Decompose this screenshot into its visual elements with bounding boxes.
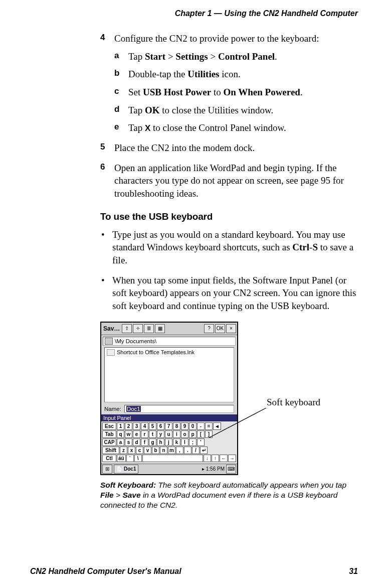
path-bar[interactable]: \My Documents\ bbox=[103, 337, 236, 346]
key-v[interactable]: v bbox=[144, 447, 151, 454]
key-c[interactable]: c bbox=[136, 447, 143, 454]
key-d[interactable]: d bbox=[133, 438, 140, 446]
key-z[interactable]: z bbox=[120, 447, 127, 454]
close-icon: X bbox=[145, 123, 150, 133]
new-folder-icon[interactable]: ✧ bbox=[133, 324, 143, 333]
start-button[interactable]: ⊞ bbox=[102, 465, 112, 474]
step-4a: a Tap Start > Settings > Control Panel. bbox=[114, 50, 358, 63]
key-3[interactable]: 3 bbox=[133, 422, 140, 430]
substep-letter: b bbox=[114, 68, 119, 79]
key-w[interactable]: w bbox=[125, 430, 132, 438]
key-up[interactable]: ↑ bbox=[212, 455, 219, 462]
taskbar-doc-button[interactable]: 📄 Doc1 bbox=[114, 465, 138, 474]
step-6-text: Open an application like WordPad and beg… bbox=[114, 163, 344, 199]
key-space[interactable] bbox=[142, 455, 203, 462]
details-view-icon[interactable]: ▦ bbox=[155, 324, 165, 333]
key-f[interactable]: f bbox=[141, 438, 148, 446]
key-0[interactable]: 0 bbox=[189, 422, 197, 430]
key-comma[interactable]: , bbox=[176, 447, 183, 454]
key-6[interactable]: 6 bbox=[157, 422, 164, 430]
key-7[interactable]: 7 bbox=[165, 422, 172, 430]
ok-button[interactable]: OK bbox=[215, 324, 225, 333]
close-button[interactable]: × bbox=[226, 324, 236, 333]
key-m[interactable]: m bbox=[168, 447, 175, 454]
svg-line-0 bbox=[209, 408, 266, 438]
key-j[interactable]: j bbox=[165, 438, 172, 446]
key-b[interactable]: b bbox=[152, 447, 159, 454]
key-enter[interactable]: ↵ bbox=[200, 447, 208, 454]
step-4: 4 Configure the CN2 to provide power to … bbox=[100, 32, 358, 134]
key-s[interactable]: s bbox=[125, 438, 132, 446]
title-bar: Sav… ⇧ ✧ ≣ ▦ ? OK × bbox=[101, 323, 237, 335]
key-u[interactable]: u bbox=[165, 430, 172, 438]
window-title: Sav… bbox=[102, 325, 121, 332]
key-a[interactable]: a bbox=[117, 438, 124, 446]
step-number: 5 bbox=[100, 141, 105, 153]
key-o[interactable]: o bbox=[181, 430, 188, 438]
key-right[interactable]: → bbox=[228, 455, 236, 462]
key-k[interactable]: k bbox=[173, 438, 180, 446]
substep-letter: c bbox=[114, 86, 119, 97]
key-4[interactable]: 4 bbox=[141, 422, 148, 430]
key-y[interactable]: y bbox=[157, 430, 164, 438]
step-4-text: Configure the CN2 to provide power to th… bbox=[114, 33, 319, 44]
list-view-icon[interactable]: ≣ bbox=[144, 324, 154, 333]
bullet-1: Type just as you would on a standard key… bbox=[100, 228, 358, 267]
substep-letter: a bbox=[114, 50, 119, 62]
key-down[interactable]: ↓ bbox=[204, 455, 211, 462]
key-n[interactable]: n bbox=[160, 447, 167, 454]
key-i[interactable]: i bbox=[173, 430, 180, 438]
callout-label: Soft keyboard bbox=[267, 397, 320, 408]
key-slash[interactable]: / bbox=[192, 447, 200, 454]
key-intl[interactable]: áü bbox=[117, 455, 126, 462]
key-shift[interactable]: Shift bbox=[102, 447, 119, 454]
list-item[interactable]: Shortcut to Office Templates.lnk bbox=[106, 349, 233, 356]
key-period[interactable]: . bbox=[184, 447, 191, 454]
folder-icon bbox=[105, 338, 113, 345]
key-g[interactable]: g bbox=[149, 438, 156, 446]
name-label: Name: bbox=[104, 406, 121, 412]
key-r[interactable]: r bbox=[141, 430, 148, 438]
key-backtick[interactable]: ` bbox=[126, 455, 134, 462]
step-4c: c Set USB Host Power to On When Powered. bbox=[114, 86, 358, 99]
key-p[interactable]: p bbox=[189, 430, 197, 438]
key-9[interactable]: 9 bbox=[181, 422, 188, 430]
key-caps[interactable]: CAP bbox=[102, 438, 116, 446]
key-8[interactable]: 8 bbox=[173, 422, 180, 430]
key-q[interactable]: q bbox=[117, 430, 124, 438]
key-1[interactable]: 1 bbox=[117, 422, 124, 430]
file-icon bbox=[107, 349, 115, 356]
key-2[interactable]: 2 bbox=[125, 422, 132, 430]
key-h[interactable]: h bbox=[157, 438, 164, 446]
key-x[interactable]: x bbox=[128, 447, 135, 454]
taskbar: ⊞ 📄 Doc1 ▸ 1:56 PM ⌨ bbox=[101, 464, 237, 474]
step-4e: e Tap X to close the Control Panel windo… bbox=[114, 121, 358, 134]
taskbar-clock[interactable]: ▸ 1:56 PM bbox=[202, 466, 225, 472]
sip-toggle-icon[interactable]: ⌨ bbox=[226, 465, 236, 474]
chapter-header: Chapter 1 — Using the CN2 Handheld Compu… bbox=[30, 9, 358, 18]
key-t[interactable]: t bbox=[149, 430, 156, 438]
key-lbracket[interactable]: [ bbox=[197, 430, 205, 438]
callout-line bbox=[209, 408, 274, 438]
section-heading: To use the USB keyboard bbox=[100, 211, 358, 222]
bullet-2: When you tap some input fields, the Soft… bbox=[100, 274, 358, 313]
help-button[interactable]: ? bbox=[204, 324, 214, 333]
key-apostrophe[interactable]: ' bbox=[197, 438, 205, 446]
doc-icon: 📄 bbox=[116, 466, 122, 472]
key-backslash[interactable]: \ bbox=[134, 455, 142, 462]
key-esc[interactable]: Esc bbox=[102, 422, 116, 430]
up-folder-icon[interactable]: ⇧ bbox=[122, 324, 132, 333]
key-e[interactable]: e bbox=[133, 430, 140, 438]
key-l[interactable]: l bbox=[181, 438, 188, 446]
step-5: 5 Place the CN2 into the modem dock. bbox=[100, 141, 358, 155]
key-tab[interactable]: Tab bbox=[102, 430, 116, 438]
key-ctrl[interactable]: Ctl bbox=[102, 455, 116, 462]
key-left[interactable]: ← bbox=[220, 455, 228, 462]
key-semicolon[interactable]: ; bbox=[189, 438, 197, 446]
figure-caption: Soft Keyboard: The soft keyboard automat… bbox=[100, 480, 358, 510]
key-5[interactable]: 5 bbox=[149, 422, 156, 430]
device-screenshot: Sav… ⇧ ✧ ≣ ▦ ? OK × \My Documents\ bbox=[100, 322, 238, 475]
file-list[interactable]: Shortcut to Office Templates.lnk bbox=[104, 347, 234, 402]
file-name: Shortcut to Office Templates.lnk bbox=[117, 349, 195, 355]
key-minus[interactable]: - bbox=[197, 422, 205, 430]
